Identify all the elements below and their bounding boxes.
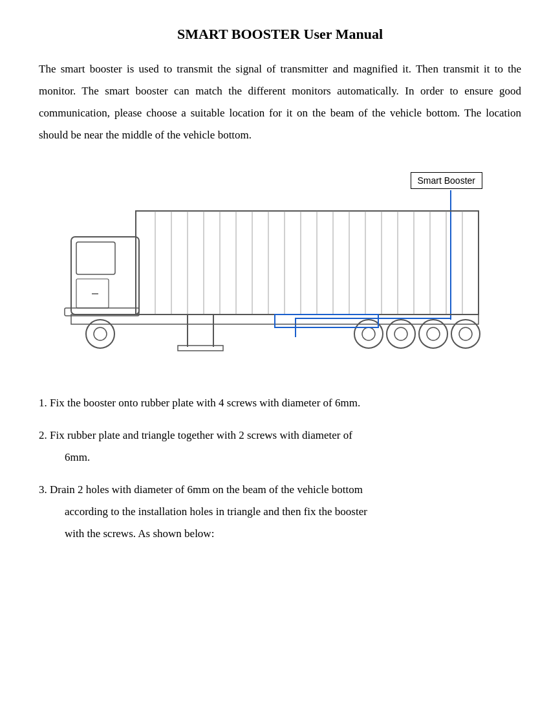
instruction-3-cont1: according to the installation holes in t… xyxy=(65,501,521,523)
svg-point-36 xyxy=(459,327,472,340)
svg-rect-0 xyxy=(136,211,479,314)
instruction-2: 2. Fix rubber plate and triangle togethe… xyxy=(39,425,521,469)
instruction-2-text: 2. Fix rubber plate and triangle togethe… xyxy=(39,429,352,441)
instruction-3-text: 3. Drain 2 holes with diameter of 6mm on… xyxy=(39,483,363,496)
svg-point-30 xyxy=(362,327,375,340)
diagram-section: Smart Booster xyxy=(39,166,521,373)
instruction-1-text: 1. Fix the booster onto rubber plate wit… xyxy=(39,397,360,409)
instruction-3: 3. Drain 2 holes with diameter of 6mm on… xyxy=(39,479,521,545)
intro-paragraph: The smart booster is used to transmit th… xyxy=(39,58,521,146)
svg-point-32 xyxy=(394,327,407,340)
truck-illustration xyxy=(58,198,498,360)
smart-booster-label: Smart Booster xyxy=(411,172,482,189)
instruction-1: 1. Fix the booster onto rubber plate wit… xyxy=(39,392,521,414)
instructions-section: 1. Fix the booster onto rubber plate wit… xyxy=(39,392,521,545)
instruction-2-cont: 6mm. xyxy=(65,447,521,469)
instruction-3-cont2: with the screws. As shown below: xyxy=(65,523,521,545)
svg-rect-39 xyxy=(178,346,223,351)
svg-point-28 xyxy=(94,327,107,340)
svg-rect-22 xyxy=(76,242,115,274)
page-title: SMART BOOSTER User Manual xyxy=(39,26,521,43)
svg-rect-21 xyxy=(71,237,139,314)
svg-point-34 xyxy=(427,327,440,340)
